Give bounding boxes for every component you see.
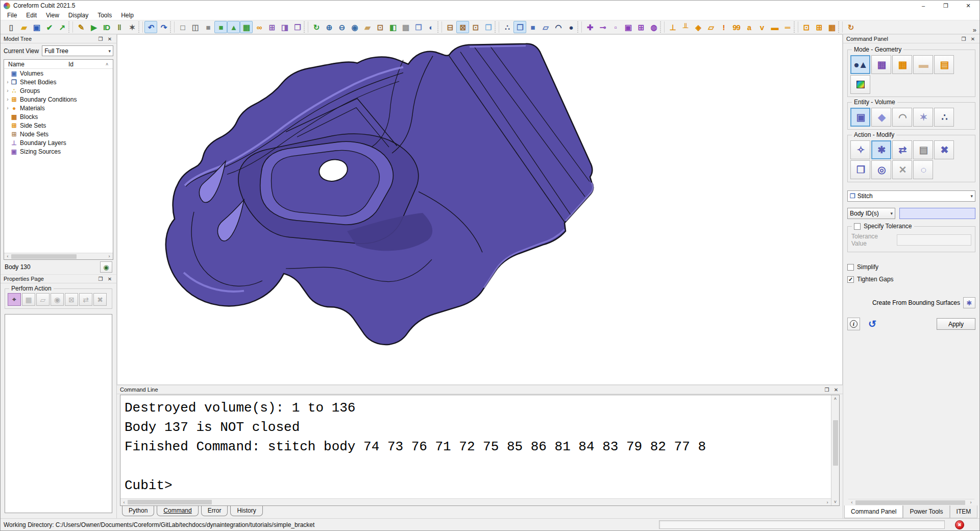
curve-entity-button[interactable]: ◠ xyxy=(892,108,912,127)
scroll-left-icon[interactable]: ‹ xyxy=(848,500,855,505)
cutaway-view-button[interactable]: ◧ xyxy=(386,21,399,33)
select-body-button[interactable]: ❐ xyxy=(513,21,526,33)
wireframe-view-button[interactable]: □ xyxy=(176,21,189,33)
tab-history[interactable]: History xyxy=(230,506,262,516)
perspective-view-button[interactable]: ◨ xyxy=(278,21,291,33)
play-journal-button[interactable]: ▶ xyxy=(87,21,100,33)
close-panel-icon[interactable]: ✕ xyxy=(105,276,114,282)
close-button[interactable]: ✕ xyxy=(957,1,979,11)
interrupt-button[interactable]: ✖ xyxy=(955,520,964,529)
close-panel-icon[interactable]: ✕ xyxy=(831,387,841,393)
tab-item[interactable]: ITEM xyxy=(950,505,978,518)
close-panel-icon[interactable]: ✕ xyxy=(105,36,114,42)
tree-item-side-sets[interactable]: › ⊞ Side Sets xyxy=(4,121,113,130)
select-edge-button[interactable]: ⊸ xyxy=(596,21,609,33)
scroll-thumb[interactable] xyxy=(833,420,838,466)
viewport-3d[interactable] xyxy=(117,34,843,385)
menu-item[interactable]: Display xyxy=(64,11,93,19)
quad-grid-button[interactable]: ⊞ xyxy=(813,21,825,33)
zoom-out-button[interactable]: ⊖ xyxy=(335,21,348,33)
tree-item-boundary-layers[interactable]: › ⊥ Boundary Layers xyxy=(4,138,113,147)
console-horizontal-scrollbar[interactable]: ‹ › xyxy=(120,498,831,505)
hex-block-button[interactable]: ▦ xyxy=(825,21,838,33)
tree-item-boundary-conditions[interactable]: › ⊞ Boundary Conditions xyxy=(4,95,113,104)
expander-icon[interactable]: › xyxy=(5,79,10,85)
menu-item[interactable]: Edit xyxy=(21,11,41,19)
select-node-button[interactable]: ✚ xyxy=(583,21,596,33)
mesh-bars-button[interactable]: ═ xyxy=(781,21,794,33)
float-panel-icon[interactable]: ❐ xyxy=(822,387,831,393)
minimize-button[interactable]: – xyxy=(912,1,935,11)
info-button[interactable]: i xyxy=(847,318,860,330)
measure-button[interactable]: ⊡ xyxy=(374,21,386,33)
tree-item-sizing-sources[interactable]: › ▣ Sizing Sources xyxy=(4,147,113,156)
mesh-grid-button[interactable]: ▦ xyxy=(22,293,35,306)
boolean-action-button[interactable]: ❐ xyxy=(850,160,870,179)
ghost-view-button[interactable]: ▩ xyxy=(399,21,412,33)
surface-entity-button[interactable]: ◆ xyxy=(871,108,891,127)
rotate-sweep-button[interactable]: ↻ xyxy=(844,21,857,33)
find-button[interactable]: ⌖ xyxy=(8,293,21,306)
scroll-up-icon[interactable]: ˄ xyxy=(834,395,837,402)
console-vertical-scrollbar[interactable]: ˄ ˅ xyxy=(831,395,839,505)
tree-column-name[interactable]: Name xyxy=(4,61,68,68)
beam-mode-button[interactable]: ▬ xyxy=(913,55,933,74)
restore-button[interactable]: ❐ xyxy=(935,1,957,11)
tree-item-blocks[interactable]: › ▦ Blocks xyxy=(4,112,113,121)
tree-horizontal-scrollbar[interactable]: ‹ › xyxy=(4,253,113,259)
apply-button[interactable]: Apply xyxy=(937,318,975,330)
tree-item-groups[interactable]: › ∴ Groups xyxy=(4,86,113,95)
scroll-right-icon[interactable]: › xyxy=(967,500,974,505)
scroll-right-icon[interactable]: › xyxy=(824,500,831,505)
mesh-a-metric-button[interactable]: a xyxy=(743,21,755,33)
mesh-mode-button[interactable]: ▦ xyxy=(871,55,891,74)
view-body-button[interactable]: ◉ xyxy=(100,261,112,273)
export-button[interactable]: ↗ xyxy=(56,21,68,33)
tab-power-tools[interactable]: Power Tools xyxy=(903,505,949,518)
scroll-down-icon[interactable]: ˅ xyxy=(834,498,837,505)
create-bounding-button[interactable]: ✱ xyxy=(963,297,975,308)
select-group-button[interactable]: ∴ xyxy=(501,21,513,33)
clip-plane-button[interactable]: ❐ xyxy=(291,21,304,33)
reset-icon[interactable]: ↺ xyxy=(868,318,876,330)
brick-mode-button[interactable]: ▤ xyxy=(934,55,954,74)
close-panel-icon[interactable]: ✕ xyxy=(968,36,977,42)
tree-item-volumes[interactable]: › ▣ Volumes xyxy=(4,69,113,78)
scroll-thumb[interactable] xyxy=(128,500,212,504)
mesh-bias-button[interactable]: ⊥ xyxy=(666,21,679,33)
specify-tolerance-checkbox[interactable] xyxy=(854,223,861,230)
operation-select[interactable]: ❐ Stitch ▾ xyxy=(847,190,975,202)
new-file-button[interactable]: ▯ xyxy=(5,21,17,33)
transparent-view-button[interactable]: ▲ xyxy=(227,21,240,33)
current-view-select[interactable]: Full Tree ▾ xyxy=(42,45,113,56)
smooth-shade-view-button[interactable]: ■ xyxy=(214,21,227,33)
pick-partial-button[interactable]: ⊡ xyxy=(469,21,482,33)
mesh-spin-button[interactable]: ◈ xyxy=(692,21,704,33)
play-journal-id-button[interactable]: ID xyxy=(100,21,113,33)
mesh-v-metric-button[interactable]: v xyxy=(755,21,768,33)
select-vertex-button[interactable]: ● xyxy=(565,21,577,33)
delete-action-button[interactable]: ✖ xyxy=(934,140,954,159)
select-quad-button[interactable]: ▫ xyxy=(609,21,622,33)
tab-command-panel[interactable]: Command Panel xyxy=(844,505,903,518)
toolbar-overflow-button[interactable]: » xyxy=(973,26,976,34)
console-output[interactable]: Destroyed volume(s): 1 to 136Body 137 is… xyxy=(120,395,831,505)
mesh-bar-button[interactable]: ▬ xyxy=(768,21,781,33)
float-panel-icon[interactable]: ❐ xyxy=(96,36,105,42)
smooth-button[interactable]: ▱ xyxy=(36,293,50,306)
tree-item-sheet-bodies[interactable]: › ❐ Sheet Bodies xyxy=(4,78,113,86)
tolerance-value-input[interactable] xyxy=(897,234,971,246)
undo-button[interactable]: ↶ xyxy=(144,21,157,33)
float-panel-icon[interactable]: ❐ xyxy=(96,276,105,282)
mesh-dual-bias-button[interactable]: ╨ xyxy=(679,21,692,33)
camera-lens-button[interactable]: ◐ xyxy=(425,21,437,33)
zoom-in-button[interactable]: ⊕ xyxy=(323,21,335,33)
hidden-line-view-button[interactable]: ◫ xyxy=(189,21,202,33)
intersect-action-button[interactable]: ◎ xyxy=(871,160,891,179)
graphics-hammer-button[interactable]: ✶ xyxy=(126,21,138,33)
valence-view-button[interactable]: ∞ xyxy=(253,21,265,33)
volume-entity-button[interactable]: ▣ xyxy=(850,108,870,127)
select-surface-button[interactable]: ▱ xyxy=(539,21,552,33)
group-entity-button[interactable]: ∴ xyxy=(934,108,954,127)
scroll-thumb[interactable] xyxy=(11,254,77,259)
